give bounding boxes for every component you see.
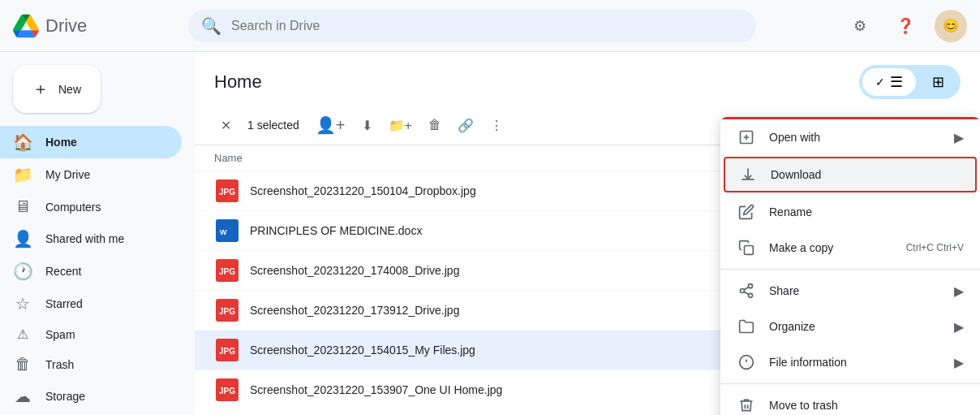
computers-icon: 🖥	[13, 197, 32, 216]
logo-text: Drive	[45, 15, 87, 37]
svg-text:JPG: JPG	[219, 307, 235, 316]
menu-item-organize[interactable]: Organize ▶	[720, 309, 980, 344]
page-title: Home	[214, 71, 262, 93]
main-content: Home ✓ ☰ ⊞ ✕ 1 selected 👤+ ⬇ 📁+ 🗑 🔗 ⋮	[195, 52, 980, 415]
menu-divider	[720, 269, 980, 270]
menu-item-file-info[interactable]: File information ▶	[720, 344, 980, 380]
sidebar-item-recent[interactable]: 🕐 Recent	[0, 255, 182, 287]
menu-item-make-copy[interactable]: Make a copy Ctrl+C Ctrl+V	[720, 230, 980, 266]
header: Drive 🔍 ⚙ ❓ 😊	[0, 0, 980, 52]
sidebar-item-label: Shared with me	[45, 232, 124, 245]
sidebar-item-computers[interactable]: 🖥 Computers	[0, 191, 182, 223]
sidebar-item-storage[interactable]: ☁ Storage	[0, 380, 182, 413]
main-header: Home ✓ ☰ ⊞	[195, 52, 980, 106]
sidebar-item-trash[interactable]: 🗑 Trash	[0, 348, 182, 380]
sidebar-item-home[interactable]: 🏠 Home	[0, 126, 182, 158]
menu-item-move-trash[interactable]: Move to trash	[720, 387, 980, 415]
deselect-button[interactable]: ✕	[214, 115, 238, 136]
share-icon	[737, 281, 756, 300]
menu-divider	[720, 383, 980, 384]
svg-point-15	[741, 289, 745, 293]
selected-count-label: 1 selected	[247, 119, 299, 132]
svg-text:JPG: JPG	[219, 188, 235, 197]
rename-icon	[737, 202, 756, 222]
list-view-label: ☰	[890, 73, 903, 91]
menu-label: Open with	[769, 131, 941, 144]
sidebar-item-label: Home	[45, 136, 77, 149]
my-drive-icon: 📁	[13, 165, 32, 184]
name-column-header: Name	[214, 152, 243, 164]
organize-icon	[737, 317, 756, 336]
logo-area: Drive	[13, 13, 175, 39]
svg-text:JPG: JPG	[219, 387, 235, 396]
grid-view-button[interactable]: ⊞	[919, 68, 957, 96]
menu-item-download[interactable]: Download	[724, 157, 977, 192]
plus-icon: ＋	[32, 78, 49, 100]
more-options-button[interactable]: ⋮	[484, 111, 509, 140]
info-icon	[737, 352, 756, 372]
search-input[interactable]	[231, 19, 743, 33]
file-thumbnail-icon: W	[214, 218, 240, 244]
svg-line-17	[744, 292, 749, 294]
grid-icon: ⊞	[932, 73, 944, 91]
submenu-arrow-icon: ▶	[954, 355, 964, 370]
list-view-button[interactable]: ✓ ☰	[862, 68, 916, 96]
sidebar-item-label: Trash	[45, 358, 74, 371]
svg-point-14	[749, 284, 753, 288]
file-thumbnail-icon: JPG	[214, 297, 240, 323]
avatar-button[interactable]: 😊	[935, 10, 967, 42]
starred-icon: ☆	[13, 294, 32, 313]
header-right: ⚙ ❓ 😊	[844, 10, 967, 42]
add-to-drive-button[interactable]: 📁+	[382, 111, 419, 140]
sidebar-item-label: Starred	[45, 297, 83, 310]
search-bar[interactable]: 🔍	[188, 10, 756, 42]
submenu-arrow-icon: ▶	[954, 283, 964, 299]
menu-label: Download	[771, 168, 962, 181]
file-thumbnail-icon: JPG	[214, 257, 240, 283]
submenu-arrow-icon: ▶	[954, 319, 964, 335]
view-toggle: ✓ ☰ ⊞	[859, 65, 961, 99]
link-button[interactable]: 🔗	[451, 111, 480, 140]
drive-logo-icon	[13, 13, 39, 39]
sidebar-item-my-drive[interactable]: 📁 My Drive	[0, 158, 182, 191]
menu-item-open-with[interactable]: Open with ▶	[720, 119, 980, 155]
menu-item-share[interactable]: Share ▶	[720, 273, 980, 309]
file-thumbnail-icon: JPG	[214, 337, 240, 363]
sidebar-item-starred[interactable]: ☆ Starred	[0, 287, 182, 320]
search-icon: 🔍	[201, 16, 221, 36]
menu-label: Rename	[769, 205, 964, 218]
sidebar-item-label: Computers	[45, 201, 101, 214]
menu-label: Share	[769, 284, 941, 297]
settings-sliders-button[interactable]: ⚙	[844, 10, 876, 42]
menu-label: File information	[769, 356, 941, 369]
file-thumbnail-icon: JPG	[214, 178, 240, 204]
svg-text:W: W	[220, 228, 227, 236]
add-person-button[interactable]: 👤+	[309, 109, 352, 141]
svg-rect-13	[745, 246, 754, 255]
download-icon	[738, 165, 758, 184]
new-button[interactable]: ＋ New	[13, 65, 101, 113]
storage-icon: ☁	[13, 387, 32, 406]
open-with-icon	[737, 128, 756, 147]
submenu-arrow-icon: ▶	[954, 130, 964, 145]
trash-icon: 🗑	[13, 355, 32, 374]
file-thumbnail-icon: JPG	[214, 377, 240, 403]
sidebar-item-label: Spam	[45, 328, 75, 341]
help-button[interactable]: ❓	[889, 10, 922, 42]
sidebar: ＋ New 🏠 Home 📁 My Drive 🖥 Computers 👤 Sh…	[0, 52, 195, 415]
context-menu: Open with ▶ Download Rename	[720, 117, 980, 415]
checkmark-icon: ✓	[875, 76, 885, 89]
shortcut-label: Ctrl+C Ctrl+V	[906, 242, 964, 253]
sidebar-item-shared[interactable]: 👤 Shared with me	[0, 223, 182, 255]
menu-label: Make a copy	[769, 241, 893, 254]
spam-icon: ⚠	[13, 326, 32, 342]
recent-icon: 🕐	[13, 262, 32, 281]
download-toolbar-button[interactable]: ⬇	[355, 111, 379, 140]
delete-button[interactable]: 🗑	[422, 111, 448, 139]
svg-point-16	[749, 293, 753, 297]
new-button-label: New	[58, 83, 81, 96]
menu-item-rename[interactable]: Rename	[720, 194, 980, 230]
home-icon: 🏠	[13, 132, 32, 152]
menu-label: Move to trash	[769, 399, 964, 412]
sidebar-item-spam[interactable]: ⚠ Spam	[0, 320, 182, 348]
